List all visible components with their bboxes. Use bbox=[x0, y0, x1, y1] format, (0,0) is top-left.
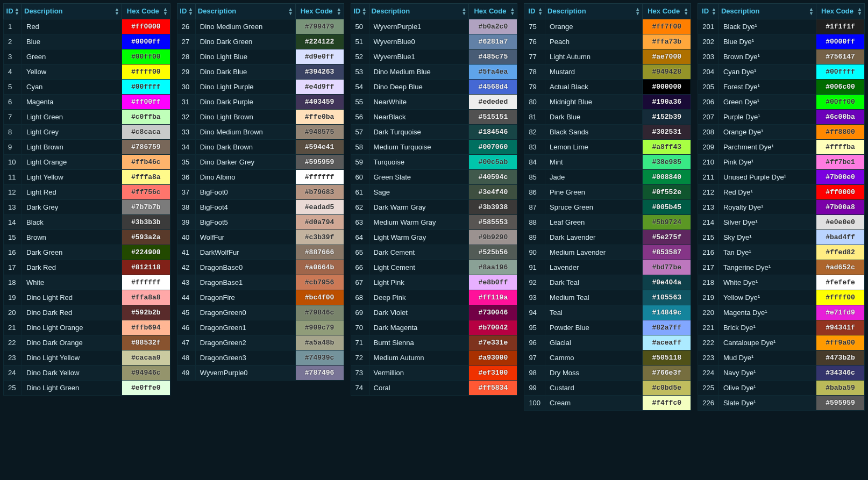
color-hex-swatch: #d9e0ff bbox=[295, 49, 344, 65]
header-hex[interactable]: Hex Code▲▼ bbox=[295, 4, 344, 19]
color-hex-swatch: #fefefe bbox=[816, 275, 864, 290]
table-row: 7Light Green#c0ffba bbox=[4, 110, 170, 125]
table-row: 65Dark Cement#525b56 bbox=[351, 245, 517, 260]
color-description: NearWhite bbox=[369, 95, 469, 110]
color-id: 203 bbox=[698, 49, 719, 65]
table-row: 27Dino Dark Green#224122 bbox=[177, 34, 344, 49]
header-description[interactable]: Description▲▼ bbox=[195, 4, 295, 19]
color-id: 31 bbox=[177, 95, 195, 110]
color-description: Medium Warm Gray bbox=[369, 215, 469, 230]
header-hex[interactable]: Hex Code▲▼ bbox=[816, 4, 864, 19]
color-id: 1 bbox=[4, 19, 22, 34]
table-row: 1Red#ff0000 bbox=[4, 19, 170, 34]
table-row: 31Dino Dark Purple#403459 bbox=[177, 95, 344, 110]
color-hex-swatch: #ffffba bbox=[816, 140, 864, 155]
color-hex-swatch: #525b56 bbox=[469, 245, 517, 260]
color-id: 62 bbox=[351, 200, 369, 215]
color-hex-swatch: #c3b39f bbox=[295, 230, 344, 245]
color-id: 75 bbox=[524, 19, 545, 34]
color-hex-swatch: #105563 bbox=[643, 290, 691, 305]
color-hex-swatch: #515151 bbox=[469, 110, 517, 125]
color-hex-swatch: #b70042 bbox=[469, 320, 517, 335]
color-description: Turquoise bbox=[369, 155, 469, 170]
color-description: Dark Teal bbox=[545, 275, 643, 290]
color-id: 206 bbox=[698, 95, 719, 110]
table-row: 24Dino Dark Yellow#94946c bbox=[4, 366, 170, 381]
color-table-2: ID▲▼Description▲▼Hex Code▲▼50WyvernPurpl… bbox=[351, 3, 518, 396]
color-hex-swatch: #ff00ff bbox=[122, 95, 170, 110]
color-hex-swatch: #00ff00 bbox=[122, 49, 170, 65]
color-description: Red bbox=[22, 19, 122, 34]
color-id: 220 bbox=[698, 305, 719, 320]
color-id: 8 bbox=[4, 125, 22, 140]
table-row: 8Light Grey#c8caca bbox=[4, 125, 170, 140]
table-row: 89Dark Lavender#5e275f bbox=[524, 230, 691, 245]
table-row: 93Medium Teal#105563 bbox=[524, 290, 691, 305]
header-hex[interactable]: Hex Code▲▼ bbox=[469, 4, 517, 19]
color-description: Dino Dark Green bbox=[195, 34, 295, 49]
color-description: Pink Dye¹ bbox=[718, 155, 816, 170]
color-id: 51 bbox=[351, 34, 369, 49]
header-hex[interactable]: Hex Code▲▼ bbox=[122, 4, 170, 19]
color-id: 90 bbox=[524, 245, 545, 260]
color-description: Cyan Dye¹ bbox=[718, 65, 816, 80]
color-hex-swatch: #f4ffc0 bbox=[643, 396, 691, 411]
color-id: 82 bbox=[524, 125, 545, 140]
color-hex-swatch: #948575 bbox=[295, 125, 344, 140]
color-id: 225 bbox=[698, 381, 719, 396]
table-row: 86Pine Green#0f552e bbox=[524, 185, 691, 200]
color-id: 74 bbox=[351, 381, 369, 396]
color-id: 63 bbox=[351, 215, 369, 230]
table-row: 67Light Pink#e8b0ff bbox=[351, 275, 517, 290]
header-description[interactable]: Description▲▼ bbox=[369, 4, 469, 19]
color-description: Green Slate bbox=[369, 170, 469, 185]
table-row: 92Dark Teal#0e404a bbox=[524, 275, 691, 290]
header-id[interactable]: ID▲▼ bbox=[4, 4, 22, 19]
header-hex[interactable]: Hex Code▲▼ bbox=[643, 4, 691, 19]
color-hex-swatch: #766e3f bbox=[643, 366, 691, 381]
color-description: Cantaloupe Dye¹ bbox=[718, 335, 816, 350]
table-row: 35Dino Darker Grey#595959 bbox=[177, 155, 344, 170]
color-id: 45 bbox=[177, 305, 195, 320]
color-id: 72 bbox=[351, 350, 369, 366]
header-id[interactable]: ID▲▼ bbox=[524, 4, 545, 19]
color-id: 88 bbox=[524, 215, 545, 230]
header-label: Hex Code bbox=[474, 7, 506, 15]
color-hex-swatch: #909c79 bbox=[295, 320, 344, 335]
color-id: 214 bbox=[698, 215, 719, 230]
color-description: Cammo bbox=[545, 350, 643, 366]
color-hex-swatch: #485c75 bbox=[469, 49, 517, 65]
color-hex-swatch: #34346c bbox=[816, 366, 864, 381]
color-description: Dino Medium Green bbox=[195, 19, 295, 34]
color-description: Dark Violet bbox=[369, 305, 469, 320]
table-row: 56NearBlack#515151 bbox=[351, 110, 517, 125]
table-row: 205Forest Dye¹#006c00 bbox=[698, 80, 865, 95]
color-hex-swatch: #224900 bbox=[122, 245, 170, 260]
color-description: Dark Magenta bbox=[369, 320, 469, 335]
color-hex-swatch: #82a7ff bbox=[643, 320, 691, 335]
color-description: Light Warm Gray bbox=[369, 230, 469, 245]
header-id[interactable]: ID▲▼ bbox=[698, 4, 719, 19]
color-id: 222 bbox=[698, 335, 719, 350]
color-id: 87 bbox=[524, 200, 545, 215]
color-hex-swatch: #593a2a bbox=[122, 230, 170, 245]
header-description[interactable]: Description▲▼ bbox=[545, 4, 643, 19]
color-description: Yellow Dye¹ bbox=[718, 290, 816, 305]
header-id[interactable]: ID▲▼ bbox=[351, 4, 369, 19]
table-row: 44DragonFire#bc4f00 bbox=[177, 290, 344, 305]
table-row: 42DragonBase0#a0664b bbox=[177, 260, 344, 275]
color-description: Purple Dye¹ bbox=[718, 110, 816, 125]
color-hex-swatch: #3b3b3b bbox=[122, 215, 170, 230]
color-id: 202 bbox=[698, 34, 719, 49]
table-row: 223Mud Dye¹#473b2b bbox=[698, 350, 865, 366]
color-id: 96 bbox=[524, 335, 545, 350]
color-hex-swatch: #224122 bbox=[295, 34, 344, 49]
color-table-0: ID▲▼Description▲▼Hex Code▲▼1Red#ff00002B… bbox=[3, 3, 170, 396]
header-id[interactable]: ID▲▼ bbox=[177, 4, 195, 19]
header-description[interactable]: Description▲▼ bbox=[718, 4, 816, 19]
header-description[interactable]: Description▲▼ bbox=[22, 4, 122, 19]
color-hex-swatch: #ffff00 bbox=[122, 65, 170, 80]
table-row: 210Pink Dye¹#ff7be1 bbox=[698, 155, 865, 170]
color-description: Light Cement bbox=[369, 260, 469, 275]
color-description: Tangerine Dye¹ bbox=[718, 260, 816, 275]
